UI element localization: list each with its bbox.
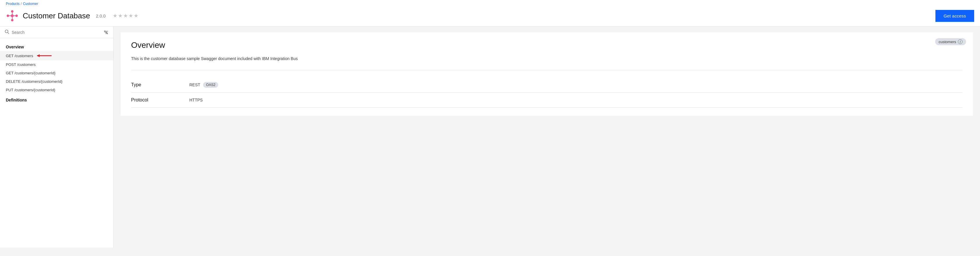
sidebar-search-bar bbox=[0, 27, 113, 38]
star-2: ★ bbox=[118, 13, 123, 19]
sidebar-item-label: PUT /customers/{customerId} bbox=[6, 88, 55, 92]
star-4: ★ bbox=[129, 13, 133, 19]
svg-marker-18 bbox=[37, 54, 40, 57]
svg-point-16 bbox=[107, 33, 108, 34]
protocol-label: Protocol bbox=[131, 98, 189, 102]
version-badge: 2.0.0 bbox=[96, 13, 105, 18]
sidebar-item-get-customers-id[interactable]: GET /customers/{customerId} bbox=[0, 69, 113, 77]
get-access-button[interactable]: Get access bbox=[935, 10, 974, 22]
header-row: Customer Database 2.0.0 ★ ★ ★ ★ ★ Get ac… bbox=[6, 6, 974, 26]
customers-tag-label: customers bbox=[939, 40, 956, 44]
sidebar-item-get-customers[interactable]: GET /customers bbox=[0, 51, 113, 60]
content-panel: customers i Overview This is the custome… bbox=[121, 32, 973, 116]
svg-point-3 bbox=[7, 14, 9, 17]
svg-line-10 bbox=[8, 33, 10, 34]
star-3: ★ bbox=[123, 13, 128, 19]
protocol-property-row: Protocol HTTPS bbox=[131, 93, 963, 107]
sidebar-item-delete-customers-id[interactable]: DELETE /customers/{customerId} bbox=[0, 77, 113, 86]
svg-point-14 bbox=[104, 30, 105, 32]
search-icon bbox=[5, 29, 10, 35]
info-icon[interactable]: i bbox=[958, 39, 963, 44]
protocol-value: HTTPS bbox=[189, 98, 203, 102]
product-icon bbox=[6, 9, 19, 22]
breadcrumb: Products / Customer bbox=[6, 0, 974, 6]
filter-icon[interactable] bbox=[103, 30, 109, 35]
svg-point-15 bbox=[106, 32, 107, 33]
overview-title: Overview bbox=[131, 40, 963, 50]
breadcrumb-customer-link[interactable]: Customer bbox=[23, 2, 38, 6]
oas2-badge: OAS2 bbox=[203, 82, 218, 88]
sidebar-overview-label[interactable]: Overview bbox=[0, 43, 113, 51]
main-layout: Overview GET /customers POST /customers … bbox=[0, 27, 980, 248]
header-left: Customer Database 2.0.0 ★ ★ ★ ★ ★ bbox=[6, 9, 138, 22]
content-area: customers i Overview This is the custome… bbox=[114, 27, 980, 248]
sidebar-definitions-label[interactable]: Definitions bbox=[0, 94, 113, 104]
type-value-text: REST bbox=[189, 83, 200, 87]
arrow-indicator bbox=[35, 53, 46, 58]
sidebar-item-label: POST /customers bbox=[6, 62, 35, 67]
breadcrumb-separator: / bbox=[21, 2, 22, 6]
sidebar: Overview GET /customers POST /customers … bbox=[0, 27, 114, 248]
sidebar-item-put-customers-id[interactable]: PUT /customers/{customerId} bbox=[0, 86, 113, 94]
sidebar-item-post-customers[interactable]: POST /customers bbox=[0, 60, 113, 69]
svg-point-2 bbox=[11, 19, 13, 21]
sidebar-item-label: GET /customers/{customerId} bbox=[6, 71, 55, 75]
product-title: Customer Database bbox=[23, 11, 90, 21]
customers-tag: customers i bbox=[935, 38, 966, 45]
sidebar-nav: Overview GET /customers POST /customers … bbox=[0, 38, 113, 248]
sidebar-item-label: DELETE /customers/{customerId} bbox=[6, 79, 62, 84]
breadcrumb-products-link[interactable]: Products bbox=[6, 2, 19, 6]
svg-point-0 bbox=[11, 14, 14, 17]
star-5: ★ bbox=[134, 13, 138, 19]
star-1: ★ bbox=[113, 13, 118, 19]
type-property-row: Type REST OAS2 bbox=[131, 77, 963, 93]
svg-point-4 bbox=[16, 14, 18, 17]
top-bar: Products / Customer Customer Database bbox=[0, 0, 980, 27]
protocol-value-text: HTTPS bbox=[189, 98, 203, 102]
svg-point-9 bbox=[5, 30, 8, 33]
sidebar-item-label: GET /customers bbox=[6, 54, 33, 58]
type-label: Type bbox=[131, 82, 189, 88]
type-value: REST OAS2 bbox=[189, 82, 218, 88]
tag-top-right: customers i bbox=[935, 38, 966, 45]
svg-point-1 bbox=[11, 10, 13, 13]
star-rating[interactable]: ★ ★ ★ ★ ★ bbox=[113, 13, 138, 19]
overview-description: This is the customer database sample Swa… bbox=[131, 56, 963, 62]
search-input[interactable] bbox=[12, 30, 101, 35]
